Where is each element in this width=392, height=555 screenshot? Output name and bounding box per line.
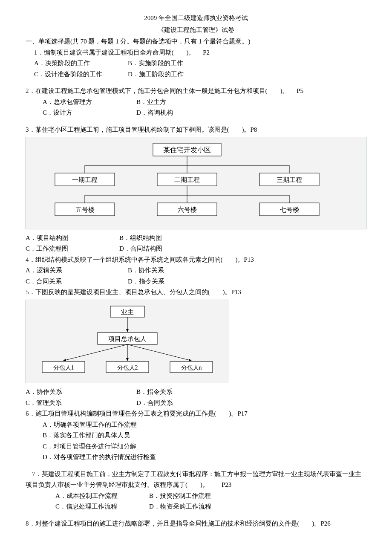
q2-stem: 2．在建设工程施工总承包管理模式下，施工分包合同的主体一般是施工分包方和项目( …	[26, 86, 366, 97]
q3-dia-bot0: 五号楼	[75, 206, 95, 213]
q1-opt-c: C．设计准备阶段的工作	[34, 69, 128, 80]
q5-dia-mid: 项目总承包人	[108, 335, 147, 342]
q3-opt-d: D．合同结构图	[119, 243, 230, 254]
q1-opt-a: A．决策阶段的工作	[34, 58, 128, 69]
q7-opt-d: D．物资采购工作流程	[149, 501, 260, 512]
exam-title-1: 2009 年全国二级建造师执业资格考试	[26, 13, 366, 24]
q3-dia-bot2: 七号楼	[280, 206, 299, 213]
q7-opt-b: B．投资控制工作流程	[149, 491, 260, 502]
q5-opt-b: B．指令关系	[136, 387, 247, 398]
q4-opt-c: C．合同关系	[26, 276, 128, 287]
q1-opt-b: B．实施阶段的工作	[128, 58, 239, 69]
q2-opt-d: D．咨询机构	[136, 107, 247, 119]
q8-stem: 8．对整个建设工程项目的施工进行战略部署，并且是指导全局性施工的技术和经济纲要的…	[26, 518, 366, 529]
q5-dia-bot1: 分包人2	[117, 364, 138, 371]
q6-opt-a: A．明确各项管理工作的工作流程	[26, 419, 366, 431]
q2-opt-c: C．设计方	[43, 107, 136, 119]
q3-dia-bot1: 六号楼	[178, 206, 197, 213]
q2-opt-b: B．业主方	[136, 97, 247, 108]
q3-opt-b: B．组织结构图	[119, 233, 230, 244]
q7-opt-c: C．信息处理工作流程	[55, 501, 149, 512]
svg-line-20	[63, 344, 127, 361]
q3-dia-mid1: 二期工程	[174, 176, 200, 183]
q5-opt-a: A．协作关系	[26, 387, 136, 398]
exam-title-2: 《建设工程施工管理》试卷	[26, 25, 366, 36]
q6-opt-d: D．对各项管理工作的执行情况进行检查	[26, 452, 366, 463]
q4-opt-d: D．指令关系	[128, 276, 239, 287]
q3-dia-mid2: 三期工程	[277, 176, 302, 183]
q3-opt-a: A．项目结构图	[26, 233, 119, 244]
q3-dia-top: 某住宅开发小区	[163, 146, 211, 153]
q7-opt-a: A．成本控制工作流程	[55, 491, 149, 502]
q4-opt-b: B．协作关系	[128, 265, 239, 276]
q5-diagram: 业主 项目总承包人 分包人1 分包人2 分包人n	[26, 300, 229, 384]
q1-opt-d: D．施工阶段的工作	[128, 69, 239, 80]
q6-stem: 6．施工项目管理机构编制项目管理任务分工表之前要完成的工作是( )。P17	[26, 408, 366, 419]
q5-opt-d: D．合同关系	[136, 398, 247, 409]
q4-stem: 4．组织结构模式反映了一个组织系统中各子系统之间或各元素之间的( )。P13	[26, 254, 366, 266]
q3-dia-mid0: 一期工程	[72, 176, 98, 183]
q3-opt-c: C．工作流程图	[26, 243, 119, 254]
q3-diagram: 某住宅开发小区 一期工程 二期工程 三期工程 五号楼 六号楼 七号楼	[26, 137, 366, 229]
q5-dia-bot2: 分包人n	[181, 364, 202, 371]
section-heading: 一、单项选择题(共 70 题，每题 1 分。每题的备选项中，只有 1 个最符合题…	[26, 36, 366, 47]
q6-opt-b: B．落实各工作部门的具体人员	[26, 430, 366, 441]
q5-stem: 5．下图反映的是某建设项目业主、项目总承包人、分包人之间的( )。P13	[26, 287, 366, 298]
q2-opt-a: A．总承包管理方	[43, 97, 136, 108]
q5-opt-c: C．管理关系	[26, 398, 136, 409]
q6-opt-c: C．对项目管理任务进行详细分解	[26, 441, 366, 452]
svg-line-22	[127, 344, 191, 361]
q1-stem: 1．编制项目建议书属于建设工程项目全寿命周期( )。 P2	[26, 47, 366, 58]
q4-opt-a: A．逻辑关系	[26, 265, 128, 276]
q7-stem: 7．某建设工程项目施工前，业主方制定了工程款支付审批程序：施工方申报一监理方审批…	[26, 469, 366, 491]
q3-stem: 3．某住宅小区工程施工前，施工项目管理机构绘制了如下框图。该图是( )。P8	[26, 124, 366, 136]
q5-dia-top: 业主	[121, 309, 134, 315]
q5-dia-bot0: 分包人1	[53, 364, 74, 371]
